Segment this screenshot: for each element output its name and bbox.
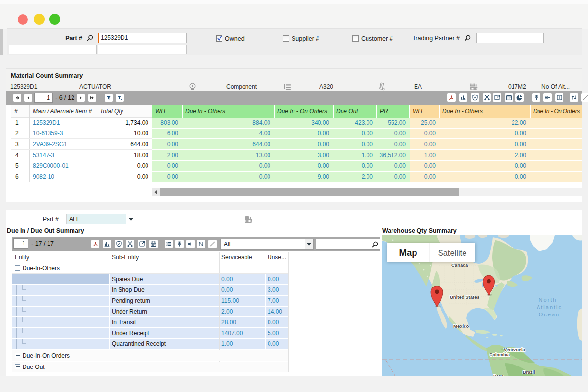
svg-text:Venezuela: Venezuela: [504, 347, 526, 352]
svg-text:North: North: [539, 297, 557, 303]
svg-text:United States: United States: [450, 294, 480, 300]
svg-text:Map: Map: [399, 247, 417, 258]
svg-text:Ocean: Ocean: [539, 312, 560, 317]
svg-text:Canada: Canada: [451, 262, 468, 268]
svg-text:Satellite: Satellite: [438, 248, 467, 257]
svg-text:Brazil: Brazil: [523, 370, 535, 375]
svg-text:Atlantic: Atlantic: [537, 304, 562, 310]
svg-text:Mexico: Mexico: [453, 323, 469, 329]
svg-text:Colombia: Colombia: [490, 352, 510, 357]
